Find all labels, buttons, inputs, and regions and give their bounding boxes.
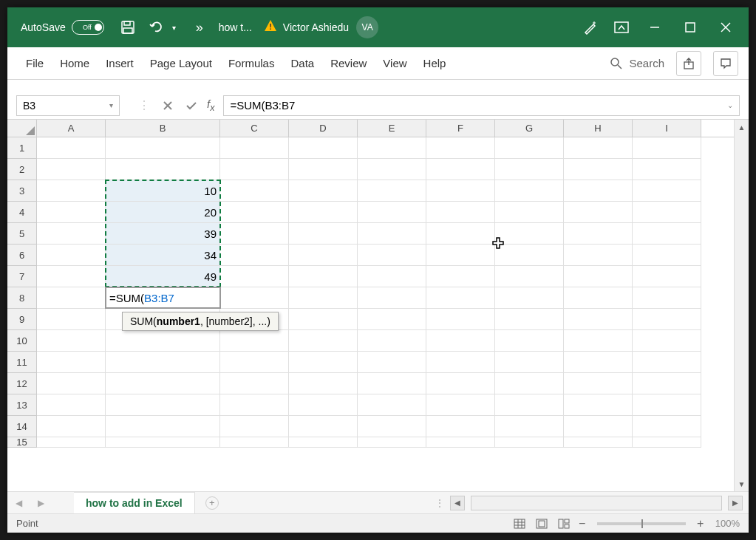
cell[interactable] [564, 287, 633, 309]
cell[interactable] [358, 245, 426, 266]
hscroll-left-button[interactable]: ◀ [450, 496, 465, 510]
cell[interactable] [358, 287, 426, 309]
cell[interactable] [289, 137, 358, 159]
cell[interactable] [564, 373, 633, 394]
name-box[interactable]: B3 ▾ [16, 95, 120, 116]
col-header[interactable]: C [220, 120, 289, 137]
cell[interactable] [495, 137, 564, 159]
cell[interactable] [633, 202, 701, 223]
horizontal-scrollbar[interactable] [471, 496, 722, 510]
tab-help[interactable]: Help [415, 47, 454, 80]
avatar[interactable]: VA [356, 16, 378, 38]
cell[interactable] [106, 394, 220, 416]
cell[interactable] [495, 202, 564, 223]
cell-B6[interactable]: 34 [106, 245, 220, 266]
zoom-slider[interactable] [597, 522, 686, 525]
cell[interactable] [37, 394, 106, 416]
sheet-tab[interactable]: how to add in Excel [74, 492, 195, 514]
close-button[interactable] [709, 13, 743, 42]
col-header[interactable]: H [564, 120, 633, 137]
cell[interactable] [426, 373, 495, 394]
cell[interactable] [358, 180, 426, 202]
cell[interactable] [633, 373, 701, 394]
sheet-grip-icon[interactable]: ⋮ [435, 498, 444, 508]
row-header[interactable]: 5 [7, 223, 37, 245]
cell[interactable] [633, 330, 701, 352]
cell[interactable] [358, 373, 426, 394]
cell[interactable] [106, 352, 220, 373]
tab-file[interactable]: File [18, 47, 52, 80]
fx-label[interactable]: fx [207, 98, 214, 113]
cell[interactable] [358, 394, 426, 416]
cell[interactable] [495, 309, 564, 330]
undo-dropdown-icon[interactable]: ▾ [172, 24, 176, 32]
autosave-switch[interactable]: Off [72, 20, 104, 35]
cell-B3[interactable]: 10 [106, 180, 220, 202]
cell[interactable] [495, 330, 564, 352]
cell[interactable] [564, 223, 633, 245]
cell[interactable] [37, 352, 106, 373]
cell[interactable] [220, 437, 289, 448]
col-header[interactable]: F [426, 120, 495, 137]
cell[interactable] [289, 202, 358, 223]
cell[interactable] [289, 245, 358, 266]
normal-view-button[interactable] [510, 516, 529, 532]
cell[interactable] [289, 394, 358, 416]
cell[interactable] [289, 223, 358, 245]
col-header[interactable]: D [289, 120, 358, 137]
cell[interactable] [495, 373, 564, 394]
comments-icon[interactable] [713, 51, 738, 76]
cell[interactable] [564, 202, 633, 223]
select-all-corner[interactable] [7, 120, 37, 137]
cell[interactable] [220, 202, 289, 223]
cell[interactable] [37, 437, 106, 448]
scroll-up-button[interactable]: ▲ [735, 120, 749, 134]
autosave-toggle[interactable]: AutoSave Off [21, 20, 104, 35]
cell[interactable] [564, 266, 633, 287]
tab-review[interactable]: Review [322, 47, 375, 80]
cell[interactable] [289, 266, 358, 287]
zoom-in-button[interactable]: + [695, 517, 706, 530]
cell[interactable] [633, 180, 701, 202]
cell[interactable] [633, 309, 701, 330]
row-header[interactable]: 8 [7, 287, 37, 309]
scroll-down-button[interactable]: ▼ [735, 476, 749, 491]
cell[interactable] [289, 437, 358, 448]
cell[interactable] [426, 180, 495, 202]
cell[interactable] [289, 352, 358, 373]
cell[interactable] [495, 352, 564, 373]
cell[interactable] [564, 416, 633, 437]
maximize-button[interactable] [673, 13, 707, 42]
cell[interactable] [37, 330, 106, 352]
cell[interactable] [633, 223, 701, 245]
cell[interactable] [426, 223, 495, 245]
row-header[interactable]: 6 [7, 245, 37, 266]
cell[interactable] [358, 437, 426, 448]
cell[interactable] [358, 202, 426, 223]
cell[interactable] [633, 137, 701, 159]
cell[interactable] [426, 266, 495, 287]
cell[interactable] [426, 245, 495, 266]
hscroll-right-button[interactable]: ▶ [728, 496, 743, 510]
row-header[interactable]: 14 [7, 416, 37, 437]
more-commands-icon[interactable]: » [186, 14, 213, 41]
grip-icon[interactable]: ⋮ [133, 95, 155, 116]
tab-page-layout[interactable]: Page Layout [142, 47, 220, 80]
cell[interactable] [289, 330, 358, 352]
cell[interactable] [289, 309, 358, 330]
cell[interactable] [106, 437, 220, 448]
cell-B5[interactable]: 39 [106, 223, 220, 245]
expand-formula-icon[interactable]: ⌄ [727, 101, 733, 109]
save-icon[interactable] [115, 14, 141, 41]
cell[interactable] [37, 416, 106, 437]
cell[interactable] [495, 437, 564, 448]
tab-view[interactable]: View [375, 47, 415, 80]
tab-insert[interactable]: Insert [98, 47, 142, 80]
cell[interactable] [289, 287, 358, 309]
cell[interactable] [426, 287, 495, 309]
cell[interactable] [564, 352, 633, 373]
cell[interactable] [220, 223, 289, 245]
cell[interactable] [106, 330, 220, 352]
cell[interactable] [37, 309, 106, 330]
cell[interactable] [564, 309, 633, 330]
